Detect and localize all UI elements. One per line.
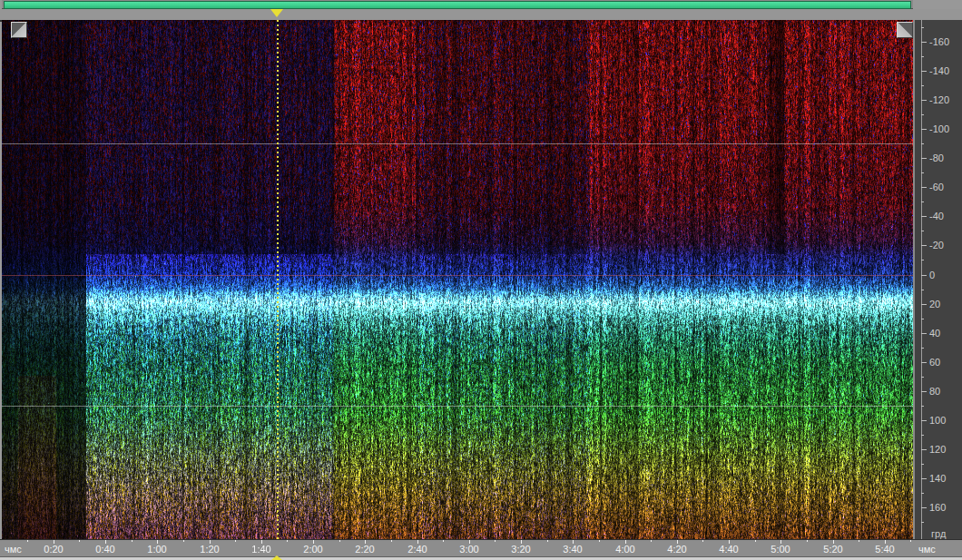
y-axis-tick-label: 20	[929, 299, 940, 309]
y-axis-minor-tick	[921, 172, 924, 173]
x-axis-tick-label: 1:00	[147, 544, 166, 555]
x-axis-unit-label-left: чмс	[5, 544, 22, 555]
y-axis-tick-label: 60	[929, 357, 940, 368]
y-axis-tick-label: 140	[929, 473, 946, 484]
x-axis-tick-label: 3:20	[511, 544, 530, 555]
phase-axis-ruler[interactable]: грд -160-140-120-100-80-60-40-2002040608…	[913, 20, 962, 539]
x-axis-minor-tick	[27, 540, 28, 542]
x-axis-minor-tick	[132, 540, 133, 542]
y-axis-minor-tick	[921, 435, 924, 436]
grid-line-minus-90	[2, 143, 913, 144]
time-axis-ruler[interactable]: чмс чмс 0:200:401:001:201:402:002:202:40…	[0, 539, 962, 557]
y-axis-minor-tick	[921, 377, 924, 378]
y-axis-minor-tick	[921, 522, 924, 523]
y-axis-tick	[921, 158, 927, 159]
y-axis-tick-label: 160	[929, 502, 946, 513]
x-axis-tick-label: 3:00	[459, 544, 478, 555]
y-axis-tick-label: 0	[929, 270, 935, 280]
spectral-phase-canvas[interactable]	[2, 20, 913, 539]
y-axis-tick	[921, 449, 927, 450]
x-axis-tick-label: 4:40	[719, 544, 738, 555]
y-axis-minor-tick	[921, 114, 924, 115]
y-axis-minor-tick	[921, 143, 924, 144]
x-axis-minor-tick	[339, 540, 340, 542]
x-axis-tick-label: 2:00	[303, 544, 322, 555]
y-axis-tick	[921, 129, 927, 130]
x-axis-minor-tick	[495, 540, 496, 542]
x-axis-minor-tick	[547, 540, 548, 542]
y-axis-minor-tick	[921, 56, 924, 57]
x-axis-minor-tick	[391, 540, 392, 542]
x-axis-minor-tick	[235, 540, 236, 542]
y-axis-tick	[921, 304, 927, 305]
y-axis-minor-tick	[921, 260, 924, 260]
phase-axis-line	[921, 20, 922, 539]
y-axis-minor-tick	[921, 201, 924, 202]
x-axis-tick-label: 1:20	[200, 544, 219, 555]
y-axis-tick	[921, 216, 927, 217]
y-axis-tick-label: -40	[929, 211, 944, 221]
y-axis-tick-label: 120	[929, 444, 946, 455]
y-axis-minor-tick	[921, 27, 924, 28]
y-axis-tick-label: -160	[929, 36, 949, 47]
x-axis-tick-label: 5:20	[823, 544, 842, 555]
horizontal-scrollbar[interactable]	[2, 0, 913, 9]
playhead-marker-bottom[interactable]	[271, 555, 282, 560]
x-axis-tick-label: 1:40	[251, 544, 270, 555]
x-axis-minor-tick	[443, 540, 444, 542]
y-axis-minor-tick	[921, 493, 924, 494]
x-axis-minor-tick	[287, 540, 288, 542]
y-axis-tick	[921, 245, 927, 246]
y-axis-tick-label: -60	[929, 182, 944, 192]
corner-button-top-left[interactable]	[11, 22, 27, 38]
y-axis-minor-tick	[921, 319, 924, 319]
y-axis-tick-label: -80	[929, 152, 944, 163]
x-axis-minor-tick	[79, 540, 80, 542]
y-axis-tick	[921, 391, 927, 392]
x-axis-minor-tick	[755, 540, 756, 542]
x-axis-unit-label-right: чмс	[918, 544, 936, 555]
spectral-phase-plot[interactable]	[2, 20, 913, 539]
x-axis-minor-tick	[702, 540, 703, 542]
diagonal-grip-icon	[898, 23, 912, 37]
y-axis-minor-tick	[921, 231, 924, 231]
y-axis-tick	[921, 333, 927, 334]
grid-line-zero	[2, 275, 913, 276]
corner-button-top-right[interactable]	[897, 22, 913, 38]
x-axis-minor-tick	[651, 540, 652, 542]
x-axis-minor-tick	[807, 540, 808, 542]
y-axis-unit-label: грд	[931, 528, 946, 539]
x-axis-tick-label: 4:20	[667, 544, 686, 555]
playhead-marker-top[interactable]	[270, 9, 283, 17]
y-axis-minor-tick	[921, 85, 924, 86]
y-axis-tick-label: 80	[929, 386, 940, 397]
top-strip	[0, 0, 962, 20]
y-axis-tick	[921, 362, 927, 363]
playhead-line[interactable]	[277, 20, 279, 539]
y-axis-tick	[921, 478, 927, 479]
y-axis-tick	[921, 42, 927, 43]
x-axis-minor-tick	[859, 540, 859, 542]
y-axis-tick-label: 100	[929, 415, 946, 426]
x-axis-tick-label: 3:40	[563, 544, 582, 555]
x-axis-tick-label: 5:00	[771, 544, 790, 555]
x-axis-tick-label: 0:20	[44, 544, 63, 555]
scrollbar-thumb[interactable]	[4, 1, 911, 9]
y-axis-tick-label: -20	[929, 240, 944, 251]
y-axis-tick-label: -120	[929, 94, 949, 105]
y-axis-minor-tick	[921, 406, 924, 407]
x-axis-minor-tick	[910, 540, 911, 542]
diagonal-grip-icon	[12, 23, 26, 37]
y-axis-minor-tick	[921, 464, 924, 465]
y-axis-tick-label: -100	[929, 123, 949, 134]
spectral-phase-window: грд -160-140-120-100-80-60-40-2002040608…	[0, 0, 962, 560]
y-axis-tick-label: 40	[929, 328, 940, 339]
y-axis-tick	[921, 100, 927, 101]
y-axis-tick	[921, 71, 927, 72]
x-axis-tick-label: 5:40	[875, 544, 894, 555]
x-axis-tick-label: 4:00	[615, 544, 634, 555]
y-axis-tick	[921, 420, 927, 421]
y-axis-tick-label: -140	[929, 65, 949, 76]
y-axis-tick	[921, 507, 927, 508]
x-axis-tick-label: 2:20	[355, 544, 374, 555]
